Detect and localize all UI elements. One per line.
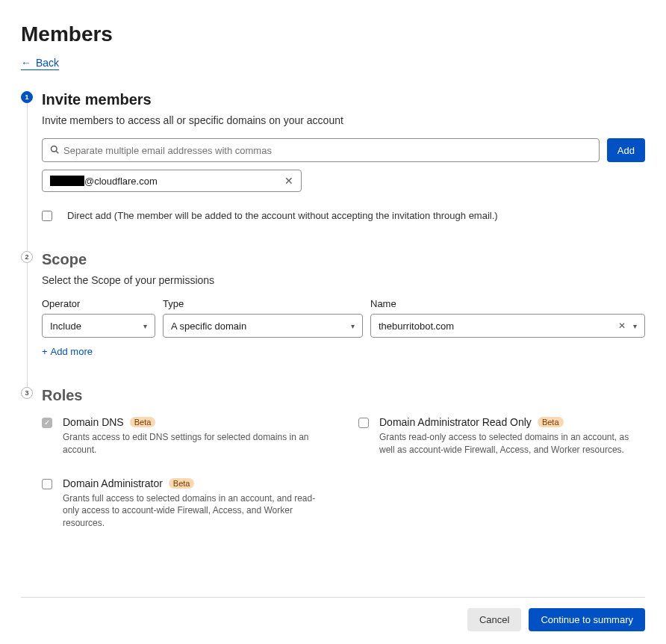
step2-heading: Scope: [42, 251, 645, 268]
label-type: Type: [163, 298, 363, 309]
step-badge-2: 2: [21, 251, 33, 263]
role-checkbox[interactable]: [358, 418, 369, 428]
svg-line-1: [56, 151, 58, 153]
cancel-button[interactable]: Cancel: [467, 608, 521, 631]
clear-icon[interactable]: ✕: [618, 321, 626, 331]
email-input[interactable]: [63, 139, 591, 161]
label-name: Name: [370, 298, 645, 309]
step-scope: 2 Scope Select the Scope of your permiss…: [42, 251, 645, 357]
role-item: Domain DNS Beta Grants access to edit DN…: [42, 416, 329, 456]
type-select[interactable]: A specific domain ▾: [163, 314, 363, 338]
role-item: Domain Administrator Beta Grants full ac…: [42, 477, 329, 530]
role-item: Domain Administrator Read Only Beta Gran…: [358, 416, 645, 456]
step-roles: 3 Roles Domain DNS Beta Grants access to…: [42, 387, 645, 530]
role-title: Domain Administrator Read Only: [379, 416, 532, 428]
add-button[interactable]: Add: [607, 138, 645, 162]
beta-badge: Beta: [169, 478, 195, 489]
remove-chip-icon[interactable]: ✕: [284, 175, 293, 187]
role-description: Grants read-only access to selected doma…: [379, 431, 645, 456]
role-title: Domain Administrator: [63, 477, 163, 489]
type-value: A specific domain: [171, 321, 246, 332]
operator-select[interactable]: Include ▾: [42, 314, 155, 338]
email-chip: @cloudflare.com ✕: [42, 170, 302, 192]
operator-value: Include: [50, 321, 81, 332]
label-operator: Operator: [42, 298, 155, 309]
continue-button[interactable]: Continue to summary: [529, 608, 645, 631]
role-title: Domain DNS: [63, 416, 124, 428]
chevron-down-icon: ▾: [143, 322, 147, 330]
page-title: Members: [21, 22, 645, 46]
beta-badge: Beta: [130, 417, 156, 427]
email-chip-domain: @cloudflare.com: [84, 176, 158, 187]
back-link-label: Back: [36, 57, 59, 69]
step1-heading: Invite members: [42, 91, 645, 108]
svg-point-0: [52, 146, 57, 152]
back-link[interactable]: ← Back: [21, 57, 59, 70]
arrow-left-icon: ←: [21, 57, 31, 69]
step-badge-1: 1: [21, 91, 33, 103]
step2-description: Select the Scope of your permissions: [42, 274, 645, 286]
email-input-wrap[interactable]: [42, 138, 600, 162]
direct-add-row[interactable]: Direct add (The member will be added to …: [42, 210, 645, 221]
chevron-down-icon: ▾: [633, 322, 637, 330]
step-invite: 1 Invite members Invite members to acces…: [42, 91, 645, 221]
name-value: theburritobot.com: [379, 321, 454, 332]
step3-heading: Roles: [42, 387, 645, 404]
add-more-link[interactable]: + Add more: [42, 346, 93, 357]
add-more-label: Add more: [51, 346, 93, 357]
role-checkbox[interactable]: [42, 418, 52, 428]
step-badge-3: 3: [21, 387, 33, 399]
search-icon: [50, 145, 59, 156]
beta-badge: Beta: [538, 417, 564, 427]
direct-add-label: Direct add (The member will be added to …: [67, 210, 498, 221]
redacted-email-local: [50, 176, 84, 186]
chevron-down-icon: ▾: [351, 322, 355, 330]
role-checkbox[interactable]: [42, 479, 52, 489]
footer-bar: Cancel Continue to summary: [21, 597, 645, 631]
role-description: Grants access to edit DNS settings for s…: [63, 431, 329, 456]
name-select[interactable]: theburritobot.com ✕ ▾: [370, 314, 645, 338]
plus-icon: +: [42, 346, 48, 357]
step1-description: Invite members to access all or specific…: [42, 114, 645, 126]
role-description: Grants full access to selected domains i…: [63, 492, 329, 530]
direct-add-checkbox[interactable]: [42, 211, 52, 221]
